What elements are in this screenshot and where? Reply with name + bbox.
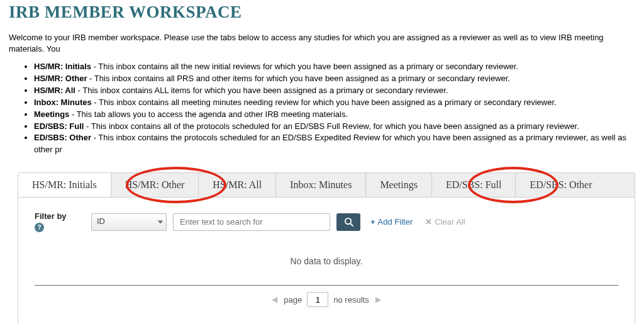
search-input[interactable] xyxy=(173,213,330,231)
clear-all-link: ✕ Clear All xyxy=(425,217,465,227)
filter-field-value: ID xyxy=(91,213,167,231)
tab-edsbs-other[interactable]: ED/SBS: Other xyxy=(516,173,606,197)
description-item: HS/MR: Initials - This inbox contains al… xyxy=(34,61,635,73)
filter-row: Filter by ? ID + Add Filter xyxy=(35,211,618,232)
tab-edsbs-full[interactable]: ED/SBS: Full xyxy=(432,173,516,197)
tab-hsmr-all[interactable]: HS/MR: All xyxy=(199,173,276,197)
description-item: ED/SBS: Full - This inbox contains all o… xyxy=(34,121,635,133)
no-data-message: No data to display. xyxy=(35,256,618,266)
svg-line-1 xyxy=(350,223,353,226)
page-results-label: no results xyxy=(333,295,369,305)
add-filter-link[interactable]: + Add Filter xyxy=(370,217,413,227)
tab-bar: HS/MR: Initials HS/MR: Other HS/MR: All … xyxy=(18,172,635,198)
prev-page-icon[interactable]: ◀ xyxy=(270,295,279,304)
help-icon[interactable]: ? xyxy=(35,223,44,232)
intro-text: Welcome to your IRB member workspace. Pl… xyxy=(0,26,644,59)
search-button[interactable] xyxy=(336,213,360,231)
pager: ◀ page no results ▶ xyxy=(35,292,618,307)
divider xyxy=(35,285,618,286)
search-icon xyxy=(344,217,353,227)
page-label: page xyxy=(284,295,302,305)
description-item: HS/MR: Other - This inbox contains all P… xyxy=(34,73,635,85)
filter-label: Filter by xyxy=(35,211,67,221)
description-item: ED/SBS: Other - This inbox contains the … xyxy=(34,132,635,156)
description-item: Inbox: Minutes - This inbox contains all… xyxy=(34,97,635,109)
tab-meetings[interactable]: Meetings xyxy=(366,173,432,197)
description-item: Meetings - This tab allows you to access… xyxy=(34,109,635,121)
next-page-icon[interactable]: ▶ xyxy=(374,295,382,304)
close-icon: ✕ xyxy=(425,217,432,227)
filter-field-select[interactable]: ID xyxy=(91,213,167,231)
page-number-input[interactable] xyxy=(307,292,328,307)
page-title: IRB MEMBER WORKSPACE xyxy=(0,0,644,26)
tab-panel: Filter by ? ID + Add Filter xyxy=(18,198,635,323)
tab-hsmr-other[interactable]: HS/MR: Other xyxy=(111,173,199,197)
tab-hsmr-initials[interactable]: HS/MR: Initials xyxy=(18,173,111,198)
tab-inbox-minutes[interactable]: Inbox: Minutes xyxy=(276,173,366,197)
description-list: HS/MR: Initials - This inbox contains al… xyxy=(0,59,644,161)
plus-icon: + xyxy=(370,217,375,227)
description-item: HS/MR: All - This inbox contains ALL ite… xyxy=(34,85,635,97)
tabs-container: HS/MR: Initials HS/MR: Other HS/MR: All … xyxy=(18,172,635,323)
